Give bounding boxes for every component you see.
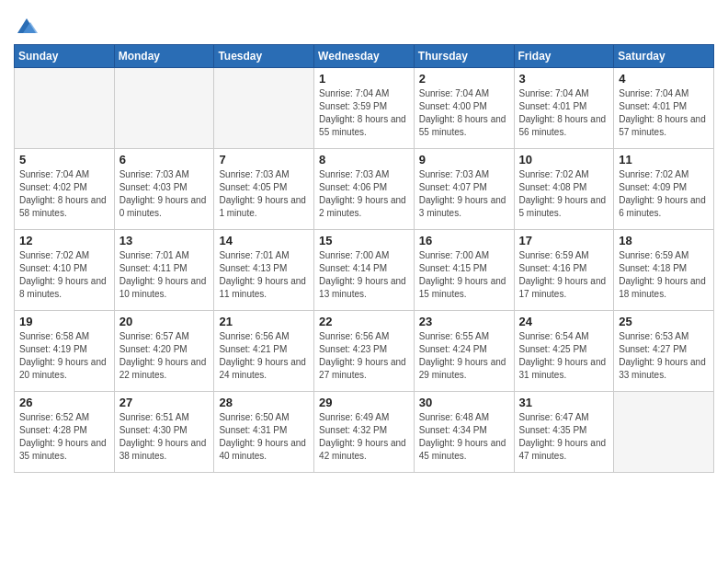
day-number: 31: [519, 396, 609, 409]
day-info: Sunrise: 6:49 AMSunset: 4:32 PMDaylight:…: [319, 411, 409, 463]
day-number: 27: [119, 396, 210, 409]
day-number: 29: [319, 396, 409, 409]
calendar-cell: 16Sunrise: 7:00 AMSunset: 4:15 PMDayligh…: [414, 230, 514, 311]
day-number: 9: [419, 153, 509, 167]
day-number: 23: [419, 315, 509, 328]
calendar-cell: [15, 68, 115, 149]
day-info: Sunrise: 7:02 AMSunset: 4:10 PMDaylight:…: [19, 249, 109, 301]
calendar-cell: 18Sunrise: 6:59 AMSunset: 4:18 PMDayligh…: [614, 230, 714, 311]
day-info: Sunrise: 6:47 AMSunset: 4:35 PMDaylight:…: [519, 411, 609, 463]
calendar-week-row: 19Sunrise: 6:58 AMSunset: 4:19 PMDayligh…: [15, 311, 714, 392]
day-info: Sunrise: 6:53 AMSunset: 4:27 PMDaylight:…: [619, 330, 709, 382]
day-info: Sunrise: 6:59 AMSunset: 4:18 PMDaylight:…: [619, 249, 709, 301]
calendar-cell: [214, 68, 314, 149]
day-number: 20: [119, 315, 210, 328]
day-number: 11: [619, 153, 709, 167]
day-info: Sunrise: 6:56 AMSunset: 4:21 PMDaylight:…: [219, 330, 309, 382]
logo: [14, 13, 43, 39]
calendar-cell: 30Sunrise: 6:48 AMSunset: 4:34 PMDayligh…: [414, 392, 514, 473]
weekday-header: Thursday: [414, 45, 514, 68]
calendar-cell: 7Sunrise: 7:03 AMSunset: 4:05 PMDaylight…: [214, 149, 314, 230]
calendar-cell: 23Sunrise: 6:55 AMSunset: 4:24 PMDayligh…: [414, 311, 514, 392]
weekday-header-row: SundayMondayTuesdayWednesdayThursdayFrid…: [15, 45, 714, 68]
calendar-cell: 6Sunrise: 7:03 AMSunset: 4:03 PMDaylight…: [114, 149, 214, 230]
calendar-cell: 26Sunrise: 6:52 AMSunset: 4:28 PMDayligh…: [15, 392, 115, 473]
calendar-cell: 3Sunrise: 7:04 AMSunset: 4:01 PMDaylight…: [514, 68, 614, 149]
day-number: 5: [19, 153, 109, 167]
page: SundayMondayTuesdayWednesdayThursdayFrid…: [0, 0, 728, 563]
calendar-cell: [114, 68, 214, 149]
day-number: 16: [419, 234, 509, 247]
day-number: 30: [419, 396, 509, 409]
day-info: Sunrise: 6:58 AMSunset: 4:19 PMDaylight:…: [19, 330, 109, 382]
calendar-cell: 2Sunrise: 7:04 AMSunset: 4:00 PMDaylight…: [414, 68, 514, 149]
calendar-cell: [614, 392, 714, 473]
day-info: Sunrise: 7:03 AMSunset: 4:05 PMDaylight:…: [219, 168, 309, 220]
calendar-cell: 8Sunrise: 7:03 AMSunset: 4:06 PMDaylight…: [314, 149, 415, 230]
day-info: Sunrise: 7:01 AMSunset: 4:11 PMDaylight:…: [119, 249, 210, 301]
day-number: 24: [519, 315, 609, 328]
weekday-header: Monday: [114, 45, 214, 68]
day-info: Sunrise: 7:04 AMSunset: 3:59 PMDaylight:…: [319, 87, 409, 139]
weekday-header: Tuesday: [214, 45, 314, 68]
day-info: Sunrise: 6:55 AMSunset: 4:24 PMDaylight:…: [419, 330, 509, 382]
day-number: 10: [519, 153, 609, 167]
day-info: Sunrise: 6:57 AMSunset: 4:20 PMDaylight:…: [119, 330, 210, 382]
calendar-cell: 21Sunrise: 6:56 AMSunset: 4:21 PMDayligh…: [214, 311, 314, 392]
day-number: 12: [19, 234, 109, 247]
calendar-cell: 14Sunrise: 7:01 AMSunset: 4:13 PMDayligh…: [214, 230, 314, 311]
day-number: 4: [619, 72, 709, 86]
calendar-cell: 20Sunrise: 6:57 AMSunset: 4:20 PMDayligh…: [114, 311, 214, 392]
day-number: 1: [319, 72, 409, 86]
calendar-week-row: 26Sunrise: 6:52 AMSunset: 4:28 PMDayligh…: [15, 392, 714, 473]
calendar-cell: 19Sunrise: 6:58 AMSunset: 4:19 PMDayligh…: [15, 311, 115, 392]
weekday-header: Friday: [514, 45, 614, 68]
day-info: Sunrise: 7:01 AMSunset: 4:13 PMDaylight:…: [219, 249, 309, 301]
day-info: Sunrise: 6:54 AMSunset: 4:25 PMDaylight:…: [519, 330, 609, 382]
calendar-cell: 13Sunrise: 7:01 AMSunset: 4:11 PMDayligh…: [114, 230, 214, 311]
calendar-cell: 12Sunrise: 7:02 AMSunset: 4:10 PMDayligh…: [15, 230, 115, 311]
day-number: 13: [119, 234, 210, 247]
calendar-cell: 17Sunrise: 6:59 AMSunset: 4:16 PMDayligh…: [514, 230, 614, 311]
day-info: Sunrise: 6:48 AMSunset: 4:34 PMDaylight:…: [419, 411, 509, 463]
day-info: Sunrise: 7:02 AMSunset: 4:08 PMDaylight:…: [519, 168, 609, 220]
calendar-cell: 27Sunrise: 6:51 AMSunset: 4:30 PMDayligh…: [114, 392, 214, 473]
calendar-week-row: 12Sunrise: 7:02 AMSunset: 4:10 PMDayligh…: [15, 230, 714, 311]
day-info: Sunrise: 6:59 AMSunset: 4:16 PMDaylight:…: [519, 249, 609, 301]
day-info: Sunrise: 7:02 AMSunset: 4:09 PMDaylight:…: [619, 168, 709, 220]
calendar-cell: 15Sunrise: 7:00 AMSunset: 4:14 PMDayligh…: [314, 230, 415, 311]
weekday-header: Sunday: [15, 45, 115, 68]
calendar-cell: 28Sunrise: 6:50 AMSunset: 4:31 PMDayligh…: [214, 392, 314, 473]
day-info: Sunrise: 7:00 AMSunset: 4:14 PMDaylight:…: [319, 249, 409, 301]
day-number: 6: [119, 153, 210, 167]
day-info: Sunrise: 7:04 AMSunset: 4:01 PMDaylight:…: [619, 87, 709, 139]
calendar-cell: 9Sunrise: 7:03 AMSunset: 4:07 PMDaylight…: [414, 149, 514, 230]
day-number: 7: [219, 153, 309, 167]
calendar-table: SundayMondayTuesdayWednesdayThursdayFrid…: [14, 44, 714, 473]
calendar-cell: 4Sunrise: 7:04 AMSunset: 4:01 PMDaylight…: [614, 68, 714, 149]
logo-icon: [14, 13, 40, 39]
day-info: Sunrise: 7:03 AMSunset: 4:03 PMDaylight:…: [119, 168, 210, 220]
day-info: Sunrise: 6:51 AMSunset: 4:30 PMDaylight:…: [119, 411, 210, 463]
calendar-cell: 29Sunrise: 6:49 AMSunset: 4:32 PMDayligh…: [314, 392, 415, 473]
day-number: 15: [319, 234, 409, 247]
day-number: 22: [319, 315, 409, 328]
day-info: Sunrise: 6:56 AMSunset: 4:23 PMDaylight:…: [319, 330, 409, 382]
day-info: Sunrise: 6:50 AMSunset: 4:31 PMDaylight:…: [219, 411, 309, 463]
calendar-week-row: 1Sunrise: 7:04 AMSunset: 3:59 PMDaylight…: [15, 68, 714, 149]
day-number: 25: [619, 315, 709, 328]
day-info: Sunrise: 7:00 AMSunset: 4:15 PMDaylight:…: [419, 249, 509, 301]
day-info: Sunrise: 7:03 AMSunset: 4:07 PMDaylight:…: [419, 168, 509, 220]
weekday-header: Wednesday: [314, 45, 415, 68]
calendar-cell: 1Sunrise: 7:04 AMSunset: 3:59 PMDaylight…: [314, 68, 415, 149]
calendar-cell: 24Sunrise: 6:54 AMSunset: 4:25 PMDayligh…: [514, 311, 614, 392]
calendar-week-row: 5Sunrise: 7:04 AMSunset: 4:02 PMDaylight…: [15, 149, 714, 230]
day-info: Sunrise: 7:04 AMSunset: 4:02 PMDaylight:…: [19, 168, 109, 220]
calendar-cell: 25Sunrise: 6:53 AMSunset: 4:27 PMDayligh…: [614, 311, 714, 392]
day-number: 8: [319, 153, 409, 167]
day-number: 19: [19, 315, 109, 328]
day-info: Sunrise: 6:52 AMSunset: 4:28 PMDaylight:…: [19, 411, 109, 463]
calendar-cell: 11Sunrise: 7:02 AMSunset: 4:09 PMDayligh…: [614, 149, 714, 230]
weekday-header: Saturday: [614, 45, 714, 68]
day-number: 17: [519, 234, 609, 247]
